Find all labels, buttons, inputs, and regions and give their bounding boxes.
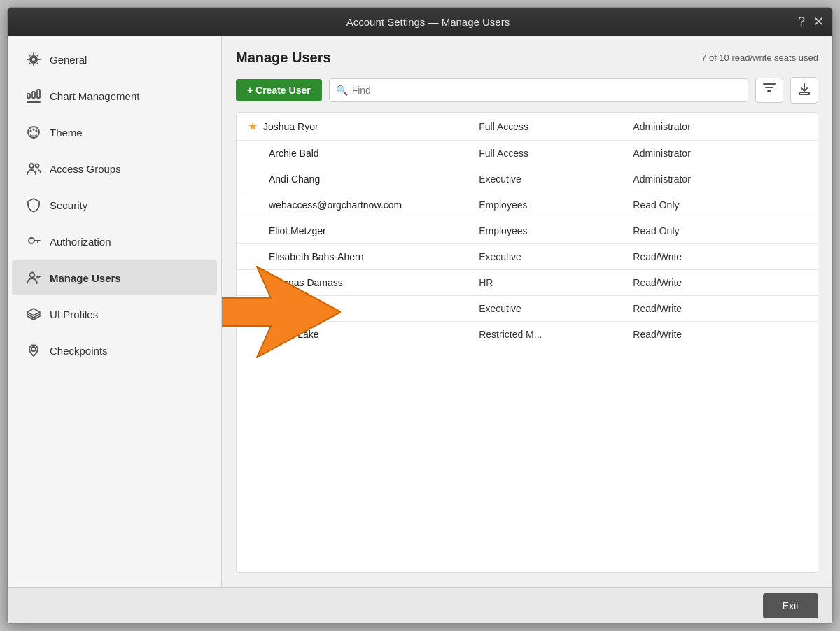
titlebar: Account Settings — Manage Users ? ✕	[8, 8, 832, 36]
sidebar-item-theme[interactable]: Theme	[12, 115, 217, 150]
sidebar-item-general[interactable]: General	[12, 42, 217, 77]
sidebar-item-label: Access Groups	[50, 163, 121, 175]
shield-icon	[26, 197, 41, 213]
access-cell: Executive	[479, 303, 633, 314]
sidebar-item-manage-users[interactable]: Manage Users	[12, 260, 217, 295]
gear-icon	[26, 52, 41, 67]
user-name-cell: Thomas Damass	[248, 277, 479, 288]
user-name-cell: Andi Chang	[248, 173, 479, 185]
star-icon: ★	[248, 120, 258, 133]
pin-icon	[26, 343, 41, 358]
create-user-button[interactable]: + Create User	[236, 79, 322, 101]
role-cell: Read/Write	[633, 251, 806, 262]
table-row[interactable]: ★Joshua RyorFull AccessAdministrator	[237, 113, 818, 141]
user-name: Thomas Damass	[269, 277, 343, 288]
search-icon: 🔍	[336, 85, 348, 96]
sidebar-item-label: Theme	[50, 127, 83, 139]
user-name-cell: Archie Bald	[248, 148, 479, 159]
sidebar-item-ui-profiles[interactable]: UI Profiles	[12, 297, 217, 332]
page-title: Manage Users	[236, 50, 331, 66]
svg-point-14	[31, 347, 36, 351]
filter-icon	[763, 83, 776, 94]
sidebar-item-label: Manage Users	[50, 272, 121, 284]
svg-point-10	[29, 164, 34, 168]
seats-info: 7 of 10 read/write seats used	[701, 52, 818, 63]
role-cell: Administrator	[633, 173, 806, 185]
access-cell: Full Access	[479, 121, 633, 132]
exit-button[interactable]: Exit	[763, 593, 818, 618]
svg-point-8	[33, 129, 35, 131]
sidebar-item-label: General	[50, 54, 87, 66]
role-cell: Read Only	[633, 199, 806, 211]
svg-point-0	[31, 57, 36, 62]
role-cell: Read/Write	[633, 277, 806, 288]
sidebar: GeneralChart ManagementThemeAccess Group…	[8, 36, 222, 587]
user-name-cell: Pauine Dinh	[248, 303, 479, 314]
table-row[interactable]: Archie BaldFull AccessAdministrator	[237, 141, 818, 166]
sidebar-item-chart-management[interactable]: Chart Management	[12, 78, 217, 113]
manage-users-icon	[26, 270, 41, 285]
close-icon[interactable]: ✕	[813, 14, 824, 29]
users-table: ★Joshua RyorFull AccessAdministratorArch…	[236, 112, 818, 573]
sidebar-item-label: Checkpoints	[50, 345, 108, 357]
svg-point-7	[30, 130, 32, 132]
user-name-cell: ★Joshua Ryor	[248, 120, 479, 133]
svg-rect-2	[27, 94, 30, 98]
sidebar-item-label: UI Profiles	[50, 309, 98, 320]
user-name-cell: Elisabeth Bahs-Ahern	[248, 251, 479, 262]
access-cell: Full Access	[479, 148, 633, 159]
user-name: Eliot Metzger	[269, 225, 326, 236]
role-cell: Administrator	[633, 148, 806, 159]
user-name: webaccess@orgchartnow.com	[269, 199, 402, 211]
sidebar-item-checkpoints[interactable]: Checkpoints	[12, 333, 217, 368]
sidebar-item-label: Chart Management	[50, 90, 139, 102]
content-area: Manage Users 7 of 10 read/write seats us…	[222, 36, 832, 587]
filter-button[interactable]	[755, 78, 783, 103]
table-row[interactable]: Sarah LakeRestricted M...Read/Write	[237, 322, 818, 347]
sidebar-item-access-groups[interactable]: Access Groups	[12, 151, 217, 186]
sidebar-item-authorization[interactable]: Authorization	[12, 224, 217, 259]
user-name-cell: Sarah Lake	[248, 329, 479, 340]
svg-rect-3	[32, 92, 35, 98]
access-cell: Employees	[479, 225, 633, 236]
role-cell: Read/Write	[633, 329, 806, 340]
download-icon	[798, 83, 811, 95]
users-group-icon	[26, 161, 41, 176]
table-row[interactable]: Eliot MetzgerEmployeesRead Only	[237, 218, 818, 244]
toolbar: + Create User 🔍	[236, 77, 818, 104]
main-content: GeneralChart ManagementThemeAccess Group…	[8, 36, 832, 587]
search-input[interactable]	[329, 78, 748, 102]
table-row[interactable]: Elisabeth Bahs-AhernExecutiveRead/Write	[237, 244, 818, 270]
user-name: Pauine Dinh	[269, 303, 322, 314]
footer: Exit	[8, 587, 832, 623]
access-cell: Executive	[479, 173, 633, 185]
user-name: Archie Bald	[269, 148, 319, 159]
layers-icon	[26, 306, 41, 322]
sidebar-item-label: Authorization	[50, 236, 111, 248]
access-cell: Executive	[479, 251, 633, 262]
table-row[interactable]: Andi ChangExecutiveAdministrator	[237, 166, 818, 192]
table-row[interactable]: webaccess@orgchartnow.comEmployeesRead O…	[237, 192, 818, 218]
user-name-cell: webaccess@orgchartnow.com	[248, 199, 479, 211]
access-cell: Restricted M...	[479, 329, 633, 340]
svg-point-11	[36, 164, 39, 168]
svg-rect-4	[37, 90, 40, 98]
svg-point-13	[30, 273, 35, 278]
palette-icon	[26, 125, 41, 140]
svg-point-9	[36, 130, 38, 132]
user-name: Elisabeth Bahs-Ahern	[269, 251, 363, 262]
table-row[interactable]: Thomas DamassHRRead/Write	[237, 270, 818, 296]
user-name-cell: Eliot Metzger	[248, 225, 479, 236]
search-container: 🔍	[329, 78, 748, 102]
download-button[interactable]	[790, 77, 818, 104]
sidebar-item-label: Security	[50, 199, 88, 211]
table-row[interactable]: Pauine DinhExecutiveRead/Write	[237, 296, 818, 322]
access-cell: Employees	[479, 199, 633, 211]
key-icon	[26, 234, 41, 249]
user-name: Sarah Lake	[269, 329, 319, 340]
access-cell: HR	[479, 277, 633, 288]
help-icon[interactable]: ?	[798, 15, 805, 29]
user-name: Joshua Ryor	[263, 121, 318, 132]
content-header: Manage Users 7 of 10 read/write seats us…	[236, 50, 818, 66]
sidebar-item-security[interactable]: Security	[12, 187, 217, 222]
